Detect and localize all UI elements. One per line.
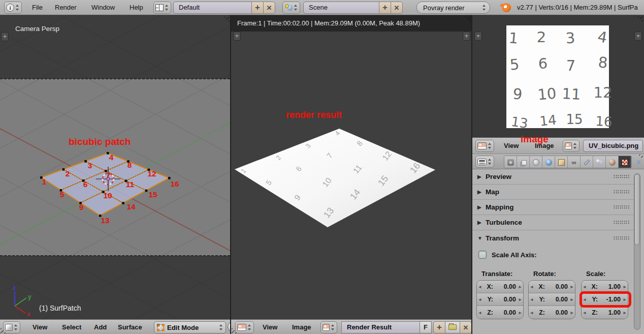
menu-file[interactable]: File: [32, 0, 43, 15]
panel-turbulence[interactable]: Turbulence: [472, 215, 637, 230]
image-name-field[interactable]: UV_bicubic.png: [583, 140, 643, 152]
uv-image-editor[interactable]: 1 2 3 4 5 6 7 8 9 10 11 12 13 14 15 16: [472, 15, 644, 137]
arrow-right-icon[interactable]: [569, 310, 575, 315]
rotate-y-field[interactable]: Y:0.00: [529, 293, 575, 306]
render-engine-select[interactable]: Povray render: [416, 2, 490, 14]
tab-world[interactable]: [542, 156, 555, 168]
svg-text:2: 2: [66, 169, 70, 178]
delete-layout-button[interactable]: [263, 2, 275, 14]
image-datablock-button[interactable]: [320, 321, 337, 333]
svg-text:4: 4: [109, 153, 114, 162]
menu-view[interactable]: View: [263, 320, 277, 334]
arrow-right-icon[interactable]: [622, 284, 628, 289]
scale-x-field[interactable]: X:1.00: [582, 281, 628, 293]
arrow-right-icon[interactable]: [569, 284, 575, 289]
scene-selector-button[interactable]: [282, 2, 300, 14]
screen-layout-name-field[interactable]: Default: [173, 2, 252, 14]
triangle-down-icon: [477, 235, 486, 241]
arrow-right-icon[interactable]: [517, 284, 523, 289]
image-editor-render[interactable]: Frame:1 | Time:00:02.00 | Mem:29.09M (0.…: [231, 15, 472, 319]
image-name-field[interactable]: Render Result: [341, 321, 420, 333]
menu-surface[interactable]: Surface: [118, 320, 142, 334]
menu-image[interactable]: Image: [292, 320, 311, 334]
expand-region-button[interactable]: [634, 32, 642, 41]
editor-type-button[interactable]: [475, 140, 494, 152]
editor-type-button[interactable]: [475, 156, 494, 168]
panel-divider[interactable]: [471, 15, 472, 334]
open-image-button[interactable]: [445, 321, 460, 333]
panel-map[interactable]: Map: [472, 185, 637, 200]
add-scene-button[interactable]: [379, 2, 391, 14]
uv-digit: 4: [596, 28, 608, 47]
menu-select[interactable]: Select: [62, 320, 81, 334]
screen-layout-name: Default: [179, 4, 200, 11]
tab-render[interactable]: [504, 156, 517, 168]
chevron-overflow-icon[interactable]: [633, 160, 643, 164]
tab-constraints[interactable]: ∞: [568, 156, 581, 168]
arrow-left-icon[interactable]: [529, 284, 535, 289]
menu-help[interactable]: Help: [130, 0, 143, 15]
arrow-left-icon[interactable]: [529, 310, 535, 315]
arrow-left-icon[interactable]: [582, 310, 588, 315]
tab-object[interactable]: [555, 156, 568, 168]
tab-modifiers[interactable]: [581, 156, 593, 168]
panel-divider[interactable]: [230, 15, 231, 334]
bicubic-patch[interactable]: [40, 152, 171, 217]
panel-resize-corner[interactable]: [634, 16, 643, 25]
expand-region-button[interactable]: [474, 32, 482, 41]
arrow-right-icon[interactable]: [622, 297, 628, 302]
translate-z-field[interactable]: Z:0.00: [477, 306, 523, 319]
menu-window[interactable]: Window: [91, 0, 115, 15]
scale-all-axis-checkbox[interactable]: [478, 251, 487, 259]
delete-scene-button[interactable]: [391, 2, 403, 14]
panel-transform[interactable]: Transform: [472, 230, 637, 246]
properties-scrollbar[interactable]: [634, 173, 640, 330]
panel-preview[interactable]: Preview: [472, 169, 637, 185]
menu-add[interactable]: Add: [94, 320, 107, 334]
scale-z-field[interactable]: Z:1.00: [582, 306, 628, 319]
uv-menu-view[interactable]: View: [504, 138, 519, 154]
rotate-x-field[interactable]: X:0.00: [529, 281, 575, 293]
scale-y-field-highlighted[interactable]: Y:-1.00: [582, 293, 628, 306]
tab-render-layers[interactable]: [517, 156, 530, 168]
uv-digit: 11: [562, 85, 582, 103]
scene-name-field[interactable]: Scene: [303, 2, 379, 14]
expand-region-button[interactable]: [463, 32, 470, 41]
tab-texture[interactable]: [619, 156, 631, 168]
arrow-left-icon[interactable]: [582, 297, 588, 302]
expand-region-button[interactable]: [233, 32, 241, 41]
tab-scene[interactable]: [530, 156, 542, 168]
translate-y-field[interactable]: Y:0.00: [477, 293, 523, 306]
fake-user-button[interactable]: F: [420, 321, 432, 333]
screen-layout-button[interactable]: [153, 2, 171, 14]
arrow-right-icon[interactable]: [569, 297, 575, 302]
uv-digit: 1: [508, 29, 519, 47]
viewport-3d[interactable]: Camera Persp bicubic patch 12 34 56 78 9…: [0, 15, 231, 319]
menu-render[interactable]: Render: [55, 0, 77, 15]
info-window-button[interactable]: i: [4, 2, 22, 14]
image-datablock-button[interactable]: [563, 140, 579, 152]
menu-view[interactable]: View: [33, 320, 47, 334]
mode-select[interactable]: Edit Mode: [154, 321, 226, 333]
translate-x-field[interactable]: X:0.00: [477, 281, 523, 293]
arrow-left-icon[interactable]: [582, 284, 588, 289]
arrow-left-icon[interactable]: [477, 284, 483, 289]
rotate-z-field[interactable]: Z:0.00: [529, 306, 575, 319]
editor-type-button[interactable]: [3, 321, 20, 333]
tab-particles[interactable]: [593, 156, 606, 168]
new-image-button[interactable]: [433, 321, 445, 333]
arrow-left-icon[interactable]: [477, 297, 483, 302]
editor-type-button[interactable]: [235, 321, 254, 333]
add-layout-button[interactable]: [251, 2, 264, 14]
arrow-right-icon[interactable]: [517, 297, 523, 302]
arrow-left-icon[interactable]: [529, 297, 535, 302]
svg-text:x: x: [27, 311, 30, 318]
arrow-right-icon[interactable]: [622, 310, 628, 315]
tab-material[interactable]: [606, 156, 619, 168]
arrow-left-icon[interactable]: [477, 310, 483, 315]
expand-region-button[interactable]: [1, 32, 9, 41]
panel-mapping[interactable]: Mapping: [472, 200, 637, 215]
arrow-right-icon[interactable]: [517, 310, 523, 315]
unlink-image-button[interactable]: [460, 321, 472, 333]
scrollbar-thumb[interactable]: [634, 174, 640, 245]
